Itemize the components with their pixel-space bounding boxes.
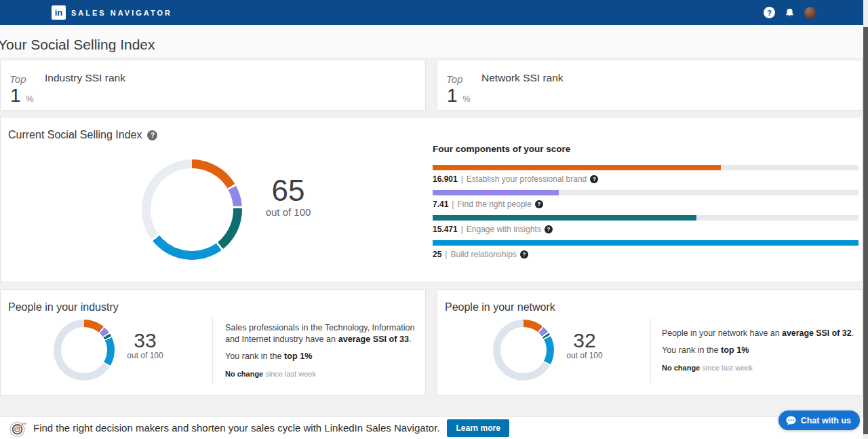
bold-text: No change — [225, 370, 263, 378]
rank-unit: % — [462, 94, 471, 104]
brand-name: SALES NAVIGATOR — [71, 9, 172, 17]
network-donut-chart — [493, 320, 554, 381]
component-relationships: 25|Build relationships ? — [433, 240, 859, 259]
component-value: 7.41 — [433, 199, 448, 209]
ssi-score-suffix: out of 100 — [266, 206, 311, 218]
rank-value: 1 % — [447, 85, 471, 107]
ssi-score: 65 out of 100 — [249, 176, 328, 218]
industry-donut-chart — [54, 320, 115, 381]
chat-with-us-button[interactable]: Chat with us — [778, 411, 860, 430]
network-p2: You rank in the top 1% — [662, 345, 860, 356]
network-p3: No change since last week — [662, 363, 860, 373]
banner-text: Find the right decision makers and short… — [33, 422, 439, 434]
vertical-scrollbar[interactable] — [863, 0, 868, 439]
brand[interactable]: in SALES NAVIGATOR — [52, 5, 172, 20]
text: . — [409, 335, 412, 344]
page-title: Your Social Selling Index — [0, 25, 868, 53]
component-value: 25 — [433, 250, 441, 259]
industry-text: Sales professionals in the Technology, I… — [225, 322, 423, 379]
industry-score-suffix: out of 100 — [127, 351, 163, 360]
component-label: 7.41|Find the right people ? — [433, 199, 859, 209]
component-help-icon[interactable]: ? — [590, 175, 598, 183]
network-score-value: 32 — [573, 330, 595, 351]
industry-title: People in your industry — [8, 301, 119, 313]
network-rank-card: Top Network SSI rank 1 % — [437, 60, 863, 111]
rank-value: 1 % — [10, 85, 34, 107]
network-score: 32 out of 100 — [561, 330, 608, 360]
rank-title: Network SSI rank — [481, 72, 564, 84]
ssi-help-icon[interactable]: ? — [147, 130, 157, 140]
bar-fill-insights — [433, 215, 696, 221]
target-dart-icon — [8, 418, 28, 438]
separator: | — [445, 250, 447, 259]
component-label: 25|Build relationships ? — [433, 250, 859, 259]
rank-number: 1 — [447, 85, 458, 106]
linkedin-logo-icon: in — [52, 5, 66, 20]
component-brand: 16.901|Establish your professional brand… — [433, 165, 859, 184]
industry-p2: You rank in the top 1% — [225, 351, 423, 362]
top-nav: in SALES NAVIGATOR ? — [0, 0, 868, 25]
text: You rank in the — [225, 351, 284, 361]
bar-track — [433, 165, 859, 170]
learn-more-button[interactable]: Learn more — [447, 419, 509, 437]
nav-actions: ? — [764, 0, 816, 25]
current-ssi-title-text: Current Social Selling Index — [8, 129, 142, 141]
component-label: 15.471|Engage with insights ? — [433, 225, 859, 234]
promo-banner: Find the right decision makers and short… — [0, 416, 868, 439]
scrollbar-thumb[interactable] — [863, 27, 868, 434]
component-help-icon[interactable]: ? — [535, 200, 543, 208]
separator: | — [461, 225, 463, 234]
text: . — [852, 328, 854, 338]
help-icon[interactable]: ? — [764, 7, 775, 18]
bar-track — [433, 215, 859, 221]
bar-track — [433, 190, 859, 195]
industry-score-value: 33 — [134, 330, 156, 351]
bar-fill-people — [433, 190, 559, 195]
component-value: 16.901 — [433, 174, 458, 184]
ssi-score-value: 65 — [272, 176, 305, 206]
component-label: 16.901|Establish your professional brand… — [433, 174, 859, 184]
component-name: Establish your professional brand — [467, 174, 587, 184]
current-ssi-title: Current Social Selling Index ? — [8, 129, 157, 141]
separator: | — [461, 174, 463, 184]
network-p1: People in your network have an average S… — [662, 328, 860, 339]
component-name: Build relationships — [450, 250, 516, 259]
rank-unit: % — [26, 94, 34, 104]
network-text: People in your network have an average S… — [662, 328, 860, 373]
network-card: People in your network 32 out of 100 Peo… — [437, 289, 863, 396]
bold-text: No change — [662, 364, 700, 372]
bar-fill-relationships — [433, 240, 859, 246]
industry-card: People in your industry 33 out of 100 Sa… — [0, 289, 426, 396]
bold-text: average SSI of 33 — [338, 335, 409, 344]
divider — [650, 318, 651, 383]
component-name: Find the right people — [457, 199, 531, 209]
notifications-bell-icon[interactable] — [785, 7, 795, 18]
component-name: Engage with insights — [467, 225, 541, 234]
bold-text: top 1% — [284, 351, 312, 361]
component-people: 7.41|Find the right people ? — [433, 190, 859, 209]
component-insights: 15.471|Engage with insights ? — [433, 215, 859, 234]
separator: | — [452, 199, 454, 209]
industry-score: 33 out of 100 — [121, 330, 169, 360]
network-score-suffix: out of 100 — [566, 351, 602, 360]
component-value: 15.471 — [433, 225, 458, 234]
user-avatar[interactable] — [804, 7, 816, 19]
components-title: Four components of your score — [433, 144, 570, 154]
current-ssi-card: Current Social Selling Index ? 65 out of… — [0, 117, 863, 282]
rank-title: Industry SSI rank — [45, 72, 125, 84]
divider — [212, 318, 213, 383]
rank-number: 1 — [10, 85, 21, 106]
bar-fill-brand — [433, 165, 721, 170]
component-help-icon[interactable]: ? — [520, 250, 528, 259]
rank-prefix: Top — [9, 73, 26, 85]
text: People in your network have an — [662, 328, 782, 338]
title-band: Your Social Selling Index — [0, 25, 868, 58]
industry-rank-card: Top Industry SSI rank 1 % — [0, 60, 426, 111]
muted-text: since last week — [700, 364, 753, 372]
muted-text: since last week — [263, 370, 316, 378]
bold-text: average SSI of 32 — [782, 328, 852, 338]
ssi-page: in SALES NAVIGATOR ? Your Social Selling… — [0, 0, 868, 439]
rank-prefix: Top — [446, 73, 462, 85]
chat-label: Chat with us — [801, 416, 851, 425]
component-help-icon[interactable]: ? — [545, 225, 553, 233]
